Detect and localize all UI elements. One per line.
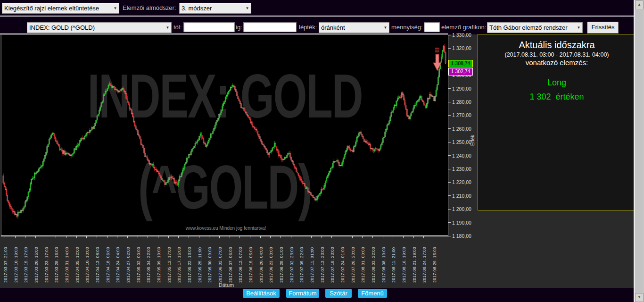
analysis-panel: Aktuális időszakra (2017.08.31. 03:00 - … — [478, 34, 636, 210]
x-tick-label: 2017.07.13. 23:00 — [320, 238, 325, 283]
x-tick-label: 2017.04.24. 04:00 — [116, 238, 121, 283]
quantity-input[interactable] — [424, 22, 440, 32]
panel-title: Aktuális időszakra — [478, 40, 636, 50]
chevron-down-icon: ▼ — [382, 25, 389, 30]
candles-layer — [2, 35, 448, 236]
y-tick — [448, 209, 451, 210]
y-tick — [448, 115, 451, 116]
y-tick-label: 1 230,00 — [452, 166, 475, 172]
x-tick-label: 2017.05.02. 00:00 — [136, 238, 141, 283]
scroll-up-icon[interactable]: ▲ — [635, 0, 644, 9]
refresh-button[interactable]: Frissítés — [587, 22, 619, 34]
scale-label: lépték: — [299, 22, 317, 32]
y-tick — [448, 155, 451, 156]
sell-arrow-icon — [432, 47, 442, 72]
x-tick-label: 2017.07.11. 01:00 — [310, 238, 315, 283]
scroll-down-icon[interactable]: ▼ — [635, 293, 644, 302]
dictionary-button[interactable]: Szótár — [325, 289, 352, 298]
x-tick-label: 2017.07.26. 23:00 — [351, 238, 356, 283]
chevron-down-icon: ▼ — [575, 25, 582, 30]
y-tick — [448, 169, 451, 169]
quantity-label: mennyiség: — [391, 22, 422, 32]
x-tick-label: 2017.08.21. 19:00 — [412, 238, 417, 283]
x-tick-label: 2017.03.28. 16:00 — [54, 238, 59, 283]
x-tick-label: 2017.08.01. 00:00 — [361, 238, 366, 283]
y-tick — [448, 236, 451, 236]
x-tick-label: 2017.03.23. 17:00 — [44, 238, 50, 283]
y-tick — [448, 195, 451, 196]
main-menu-button[interactable]: Főmenü — [358, 289, 387, 298]
x-tick-label: 2017.06.20. 04:00 — [259, 238, 264, 283]
to-date-input[interactable] — [243, 22, 297, 32]
panel-subtitle: vonatkozó elemzés: — [478, 59, 636, 67]
drawing-elements-dropdown-value: Kiegészítő rajzi elemek eltüntetése — [2, 5, 112, 12]
x-tick-label: 2017.03.07. 21:00 — [3, 238, 8, 283]
y-tick — [448, 88, 451, 89]
y-tick — [448, 102, 451, 102]
x-tick-label: 2017.08.16. 19:00 — [402, 238, 407, 283]
x-tick-label: 2017.05.09. 19:00 — [157, 238, 162, 283]
separator-line-2 — [0, 34, 448, 34]
x-tick-label: 2017.04.27. 02:00 — [126, 238, 131, 283]
to-label: ig: — [236, 22, 242, 32]
vertical-scrollbar[interactable]: ▲ ▼ — [634, 0, 644, 302]
submethod-dropdown-value: 3. módszer — [180, 5, 244, 12]
y-tick — [448, 35, 451, 35]
x-tick-label: 2017.06.07. 05:00 — [228, 238, 233, 283]
x-tick-label: 2017.05.25. 11:00 — [198, 238, 203, 283]
y-tick — [448, 48, 451, 49]
y-tick-label: 1 210,00 — [452, 193, 475, 199]
x-tick-label: 2017.03.31. 14:00 — [65, 238, 70, 283]
x-tick-label: 2017.07.18. 23:00 — [330, 238, 335, 283]
y-tick-label: 1 260,00 — [452, 126, 475, 132]
footer-bar — [0, 288, 644, 302]
y-tick — [448, 128, 451, 129]
y-tick — [448, 142, 451, 143]
analyzer-label: elemző grafikon: — [441, 22, 486, 32]
x-tick-label: 2017.05.30. 09:00 — [207, 238, 213, 283]
signal-value: 1 302 értéken — [478, 92, 636, 102]
x-tick-label: 2017.06.28. 01:00 — [279, 238, 284, 283]
analyzer-dropdown-value: Tóth Gábor elemző rendszer — [487, 24, 575, 31]
symbol-dropdown[interactable]: INDEX: GOLD (^GOLD) ▼ — [27, 22, 172, 33]
drawing-elements-dropdown[interactable]: Kiegészítő rajzi elemek eltüntetése ▼ — [2, 3, 119, 14]
signal-direction: Long — [478, 78, 636, 88]
analyzer-dropdown[interactable]: Tóth Gábor elemző rendszer ▼ — [487, 22, 583, 33]
format-button[interactable]: Formátum — [286, 289, 319, 298]
x-tick-label: 2017.08.24. 17:00 — [422, 238, 427, 283]
x-tick-label: 2017.05.04. 22:00 — [146, 238, 151, 283]
x-tick-label: 2017.07.05. 22:00 — [299, 238, 305, 283]
x-tick-label: 2017.08.03. 22:00 — [371, 238, 376, 283]
x-tick-label: 2017.04.18. 06:00 — [106, 238, 111, 283]
from-label: tól: — [173, 22, 182, 32]
x-tick-label: 2017.03.20. 15:00 — [34, 238, 39, 283]
candlestick-chart[interactable]: INDEX: GOLD (^GOLD) www.kovess.eu Minden… — [2, 35, 448, 236]
x-tick-label: 2017.08.08. 19:00 — [381, 238, 387, 283]
signal-price-marker: 1 302,74 — [448, 68, 473, 76]
x-tick-label: 2017.06.23. 03:00 — [269, 238, 274, 283]
y-tick-label: 1 330,00 — [452, 32, 475, 38]
y-tick-label: 1 280,00 — [452, 99, 475, 105]
from-date-input[interactable] — [183, 22, 235, 32]
x-axis-title: Dátum — [205, 282, 248, 288]
panel-period: (2017.08.31. 03:00 - 2017.08.31. 04:00) — [478, 51, 636, 58]
x-tick-label: 2017.04.13. 08:00 — [95, 238, 100, 283]
y-tick-label: 1 220,00 — [452, 179, 475, 185]
x-tick-label: 2017.06.02. 07:00 — [218, 238, 223, 283]
y-tick — [448, 182, 451, 183]
scale-dropdown[interactable]: óránként ▼ — [319, 22, 389, 33]
scrollbar-thumb[interactable] — [635, 9, 643, 293]
x-tick-label: 2017.06.15. 05:00 — [248, 238, 254, 283]
submethod-dropdown[interactable]: 3. módszer ▼ — [179, 3, 251, 14]
x-tick-label: 2017.03.10. 19:00 — [14, 238, 19, 283]
y-tick-label: 1 290,00 — [452, 86, 475, 92]
y-tick-label: 1 190,00 — [452, 220, 475, 226]
x-tick-label: 2017.04.05. 12:00 — [75, 238, 80, 283]
x-tick-label: 2017.08.29. 15:00 — [432, 238, 438, 283]
x-tick-label: 2017.08.11. 21:00 — [391, 238, 396, 283]
settings-button[interactable]: Beállítások — [243, 289, 280, 298]
x-tick-label: 2017.05.12. 17:00 — [167, 238, 172, 283]
y-axis-title: Érték — [470, 135, 475, 146]
submethod-label: Elemzői almódszer: — [123, 3, 176, 13]
y-tick-label: 1 320,00 — [452, 45, 475, 51]
